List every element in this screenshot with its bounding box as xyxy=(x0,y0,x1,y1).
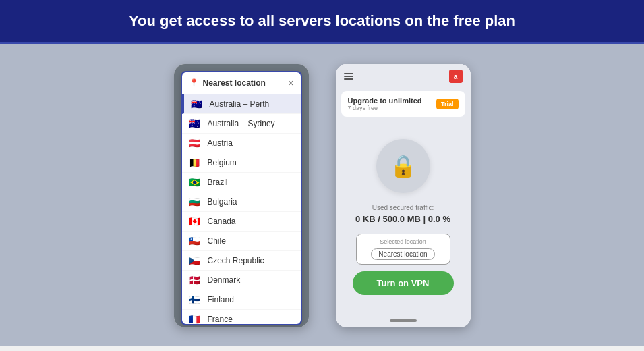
vpn-center: 🔒 Used secured traffic: 0 KB / 500.0 MB … xyxy=(336,119,471,314)
location-name: France xyxy=(208,315,233,324)
selected-location-label: Selected location xyxy=(365,238,442,245)
flag-icon: 🇨🇿 xyxy=(189,255,202,266)
location-item[interactable]: 🇫🇮Finland xyxy=(182,290,301,310)
flag-icon: 🇩🇰 xyxy=(189,275,202,286)
traffic-value: 0 KB / 500.0 MB | 0.0 % xyxy=(355,214,450,224)
flag-icon: 🇧🇬 xyxy=(189,196,202,207)
phone-right: a Upgrade to unlimited 7 days free Trial… xyxy=(336,64,471,327)
location-item[interactable]: 🇧🇷Brazil xyxy=(182,173,301,192)
dropdown-header: 📍 Nearest location × xyxy=(182,72,301,94)
flag-icon: 🇧🇷 xyxy=(189,177,202,188)
location-name: Bulgaria xyxy=(208,197,237,207)
header-banner: You get access to all servers locations … xyxy=(0,0,644,44)
dropdown-close-btn[interactable]: × xyxy=(288,78,293,88)
location-item[interactable]: 🇦🇺Australia – Sydney xyxy=(182,114,301,134)
bottom-bar xyxy=(336,314,471,327)
location-item[interactable]: 🇧🇬Bulgaria xyxy=(182,192,301,212)
flag-icon: 🇨🇦 xyxy=(189,216,202,227)
selected-location-box: Selected location Nearest location xyxy=(356,234,450,265)
location-list: 🇦🇺Australia – Perth🇦🇺Australia – Sydney🇦… xyxy=(182,94,301,324)
location-item[interactable]: 🇨🇱Chile xyxy=(182,232,301,251)
header-title: You get access to all servers locations … xyxy=(129,12,515,29)
location-name: Finland xyxy=(208,295,234,304)
dropdown-header-left: 📍 Nearest location xyxy=(189,78,266,88)
location-item[interactable]: 🇫🇷France xyxy=(182,310,301,324)
menu-line-1 xyxy=(344,73,353,74)
location-item[interactable]: 🇦🇹Austria xyxy=(182,134,301,153)
location-item[interactable]: 🇨🇦Canada xyxy=(182,212,301,232)
main-area: 📍 Nearest location × 🇦🇺Australia – Perth… xyxy=(0,44,644,346)
phone-left: 📍 Nearest location × 🇦🇺Australia – Perth… xyxy=(174,64,309,327)
phone-left-inner: 📍 Nearest location × 🇦🇺Australia – Perth… xyxy=(174,64,309,327)
flag-icon: 🇦🇹 xyxy=(189,138,202,148)
location-name: Denmark xyxy=(208,275,241,285)
location-item[interactable]: 🇩🇰Denmark xyxy=(182,271,301,290)
location-name: Australia – Perth xyxy=(210,99,270,109)
upgrade-title: Upgrade to unlimited xyxy=(348,97,422,105)
upgrade-text-area: Upgrade to unlimited 7 days free xyxy=(348,97,422,111)
upgrade-subtitle: 7 days free xyxy=(348,105,422,111)
location-name: Chile xyxy=(208,236,226,246)
vpn-shield-circle: 🔒 xyxy=(376,139,430,193)
location-dropdown: 📍 Nearest location × 🇦🇺Australia – Perth… xyxy=(181,71,302,325)
location-name: Belgium xyxy=(208,158,237,167)
hamburger-menu[interactable] xyxy=(344,73,353,80)
location-item[interactable]: 🇦🇺Australia – Perth xyxy=(182,94,301,114)
location-name: Austria xyxy=(208,138,233,148)
location-name: Australia – Sydney xyxy=(208,119,275,128)
flag-icon: 🇦🇺 xyxy=(189,118,202,129)
flag-icon: 🇫🇷 xyxy=(189,314,202,324)
location-item[interactable]: 🇨🇿Czech Republic xyxy=(182,251,301,271)
avira-logo-icon: a xyxy=(449,70,463,83)
dropdown-header-label: Nearest location xyxy=(203,78,266,88)
location-item[interactable]: 🇧🇪Belgium xyxy=(182,153,301,173)
location-name: Czech Republic xyxy=(208,256,264,265)
trial-badge[interactable]: Trial xyxy=(436,99,459,109)
traffic-label: Used secured traffic: xyxy=(372,204,434,211)
menu-line-2 xyxy=(344,76,353,77)
phone-right-inner: a Upgrade to unlimited 7 days free Trial… xyxy=(336,64,471,327)
turn-on-vpn-button[interactable]: Turn on VPN xyxy=(353,271,454,295)
menu-line-3 xyxy=(344,78,353,80)
location-name: Canada xyxy=(208,217,236,226)
location-name: Brazil xyxy=(208,178,228,187)
vpn-topbar: a xyxy=(336,64,471,88)
vpn-shield-icon: 🔒 xyxy=(390,153,417,179)
nearest-location-tag[interactable]: Nearest location xyxy=(371,248,434,260)
flag-icon: 🇫🇮 xyxy=(189,294,202,305)
flag-icon: 🇧🇪 xyxy=(189,157,202,168)
location-pin-icon: 📍 xyxy=(189,78,199,88)
flag-icon: 🇦🇺 xyxy=(191,99,204,109)
upgrade-banner: Upgrade to unlimited 7 days free Trial xyxy=(341,91,465,117)
flag-icon: 🇨🇱 xyxy=(189,236,202,246)
bottom-indicator xyxy=(390,319,417,322)
